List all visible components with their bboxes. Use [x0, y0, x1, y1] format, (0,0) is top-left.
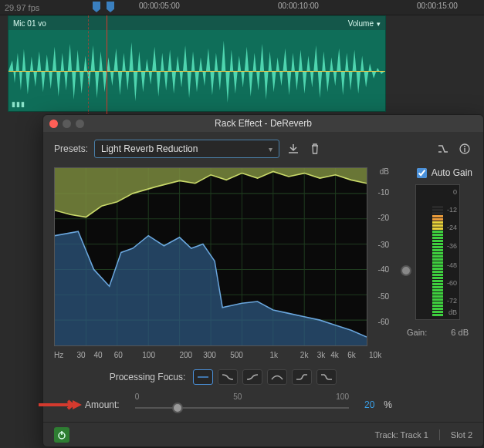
timecode-tick: 00:00:10:00 — [278, 2, 319, 10]
timeline-ruler[interactable]: 29.97 fps 00:00:05:00 00:00:10:00 00:00:… — [0, 0, 484, 15]
divider — [439, 429, 440, 440]
info-icon[interactable] — [457, 141, 472, 157]
focus-lowcut-button[interactable] — [292, 369, 312, 385]
dereverb-dialog: Rack Effect - DeReverb Presets: Light Re… — [42, 114, 484, 447]
power-toggle-button[interactable] — [54, 427, 69, 443]
graph-y-axis: dB -10 -20 -30 -40 -50 -60 — [367, 167, 392, 346]
timecode-tick: 00:00:05:00 — [139, 2, 180, 10]
focus-bandpass-button[interactable] — [267, 369, 287, 385]
clip-name: Mic 01 vo — [13, 19, 46, 28]
footer-track[interactable]: Track: Track 1 — [375, 430, 428, 440]
svg-rect-3 — [464, 148, 465, 152]
arrow-indicator-icon — [39, 399, 82, 410]
presets-label: Presets: — [54, 143, 88, 154]
focus-flat-button[interactable] — [193, 369, 213, 385]
footer-slot[interactable]: Slot 2 — [451, 430, 472, 440]
focus-highshelf-button[interactable] — [242, 369, 262, 385]
focus-highcut-button[interactable] — [316, 369, 337, 385]
waveform-display — [8, 30, 385, 111]
gain-meter: 0 -12 -24 -36 -48 -60 -72 dB — [415, 184, 460, 320]
volume-rubber-band[interactable] — [8, 71, 385, 72]
playhead[interactable] — [107, 15, 107, 116]
amount-slider-thumb[interactable] — [172, 403, 183, 413]
focus-lowshelf-button[interactable] — [218, 369, 238, 385]
frequency-graph[interactable] — [54, 167, 367, 346]
gain-knob[interactable] — [401, 265, 411, 276]
chevron-down-icon: ▾ — [269, 145, 272, 153]
preset-dropdown[interactable]: Light Reverb Reduction ▾ — [94, 140, 279, 158]
fps-label: 29.97 fps — [5, 3, 39, 12]
auto-gain-checkbox[interactable]: Auto Gain — [417, 167, 472, 178]
level-meter-icon: ▮▮▮ — [12, 100, 25, 108]
amount-slider[interactable]: 0 50 100 — [135, 396, 349, 414]
save-preset-icon[interactable] — [286, 141, 301, 157]
svg-point-2 — [464, 146, 465, 147]
processing-focus-label: Processing Focus: — [110, 372, 186, 382]
preset-value: Light Reverb Reduction — [101, 143, 198, 154]
route-icon[interactable] — [435, 141, 451, 157]
dialog-titlebar[interactable]: Rack Effect - DeReverb — [43, 115, 483, 132]
gain-label: Gain: — [407, 328, 427, 337]
dialog-title: Rack Effect - DeReverb — [43, 118, 483, 129]
timecode-tick: 00:00:15:00 — [417, 2, 458, 10]
audio-track-row[interactable]: Mic 01 vo Volume▾ ▮▮▮ — [0, 15, 484, 116]
audio-clip[interactable]: Mic 01 vo Volume▾ ▮▮▮ — [8, 15, 386, 112]
edit-line — [88, 15, 89, 116]
clip-param-dropdown[interactable]: Volume▾ — [348, 19, 381, 28]
amount-label: Amount: — [85, 399, 120, 410]
gain-value[interactable]: 6 dB — [451, 328, 469, 337]
graph-x-axis: Hz 30 40 60 100 200 300 500 1k 2k 3k 4k … — [54, 348, 392, 362]
delete-preset-icon[interactable] — [307, 141, 323, 157]
processing-focus-group — [193, 369, 337, 385]
amount-value[interactable]: 20 — [364, 399, 374, 410]
